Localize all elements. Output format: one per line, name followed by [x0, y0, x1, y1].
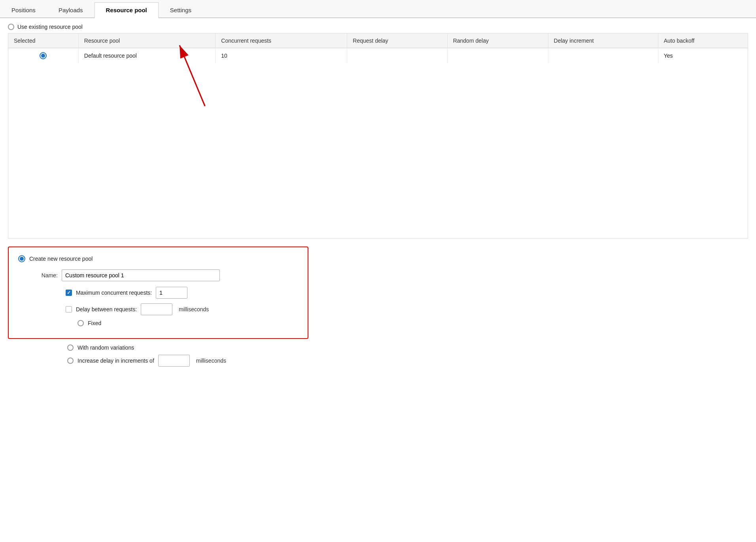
delay-unit-label: milliseconds [179, 306, 209, 312]
create-new-label: Create new resource pool [29, 256, 93, 262]
increase-delay-label: Increase delay in increments of [77, 358, 154, 364]
name-label: Name: [18, 272, 58, 279]
cell-delay-increment [548, 48, 658, 64]
cell-concurrent-requests: 10 [215, 48, 347, 64]
tab-settings[interactable]: Settings [159, 2, 203, 18]
fixed-label: Fixed [88, 320, 101, 326]
max-concurrent-row: Maximum concurrent requests: [18, 287, 298, 299]
table-row[interactable]: Default resource pool 10 Yes [8, 48, 748, 64]
with-random-label: With random variations [77, 344, 134, 351]
fixed-option-row: Fixed [22, 320, 298, 326]
increase-delay-radio[interactable] [67, 358, 74, 364]
col-concurrent-requests: Concurrent requests [215, 34, 347, 48]
cell-auto-backoff: Yes [658, 48, 748, 64]
with-random-row: With random variations [12, 344, 748, 351]
create-new-option-row: Create new resource pool [18, 255, 298, 262]
col-auto-backoff: Auto backoff [658, 34, 748, 48]
delay-requests-row: Delay between requests: milliseconds [18, 303, 298, 315]
name-row: Name: [18, 269, 298, 281]
main-content: Use existing resource pool Selected Reso… [0, 18, 756, 542]
with-random-radio[interactable] [67, 344, 74, 351]
tab-bar: Positions Payloads Resource pool Setting… [0, 0, 756, 18]
col-delay-increment: Delay increment [548, 34, 658, 48]
app-container: Positions Payloads Resource pool Setting… [0, 0, 756, 542]
tab-positions[interactable]: Positions [0, 2, 47, 18]
fixed-radio[interactable] [77, 320, 84, 326]
use-existing-radio[interactable] [8, 24, 14, 30]
cell-random-delay [447, 48, 548, 64]
col-selected: Selected [8, 34, 78, 48]
col-resource-pool: Resource pool [78, 34, 215, 48]
use-existing-label: Use existing resource pool [17, 24, 83, 30]
delay-requests-input[interactable] [141, 303, 172, 315]
increase-delay-input[interactable] [158, 355, 190, 367]
col-random-delay: Random delay [447, 34, 548, 48]
tab-resource-pool[interactable]: Resource pool [94, 2, 159, 18]
sub-options: Fixed [18, 320, 298, 326]
max-concurrent-checkbox[interactable] [66, 290, 72, 296]
table-header-row: Selected Resource pool Concurrent reques… [8, 34, 748, 48]
increase-delay-unit: milliseconds [196, 358, 226, 364]
resource-pool-table: Selected Resource pool Concurrent reques… [8, 34, 748, 63]
bottom-section: Create new resource pool Name: Maximum c… [0, 243, 756, 378]
use-existing-option-row: Use existing resource pool [0, 18, 756, 33]
create-new-radio[interactable] [18, 255, 25, 262]
below-box-options: With random variations Increase delay in… [8, 344, 748, 367]
create-new-resource-pool-box: Create new resource pool Name: Maximum c… [8, 247, 308, 339]
max-concurrent-input[interactable] [156, 287, 187, 299]
table-wrapper: Selected Resource pool Concurrent reques… [0, 33, 756, 243]
resource-pool-table-container: Selected Resource pool Concurrent reques… [8, 33, 748, 239]
col-request-delay: Request delay [347, 34, 447, 48]
cell-resource-pool-name: Default resource pool [78, 48, 215, 64]
increase-delay-row: Increase delay in increments of millisec… [12, 355, 748, 367]
tab-payloads[interactable]: Payloads [47, 2, 94, 18]
delay-requests-checkbox[interactable] [66, 306, 72, 312]
cell-selected[interactable] [8, 48, 78, 64]
name-input[interactable] [62, 269, 220, 281]
max-concurrent-label: Maximum concurrent requests: [76, 290, 152, 296]
cell-request-delay [347, 48, 447, 64]
delay-requests-label: Delay between requests: [76, 306, 137, 312]
row-radio-selected[interactable] [40, 52, 47, 59]
